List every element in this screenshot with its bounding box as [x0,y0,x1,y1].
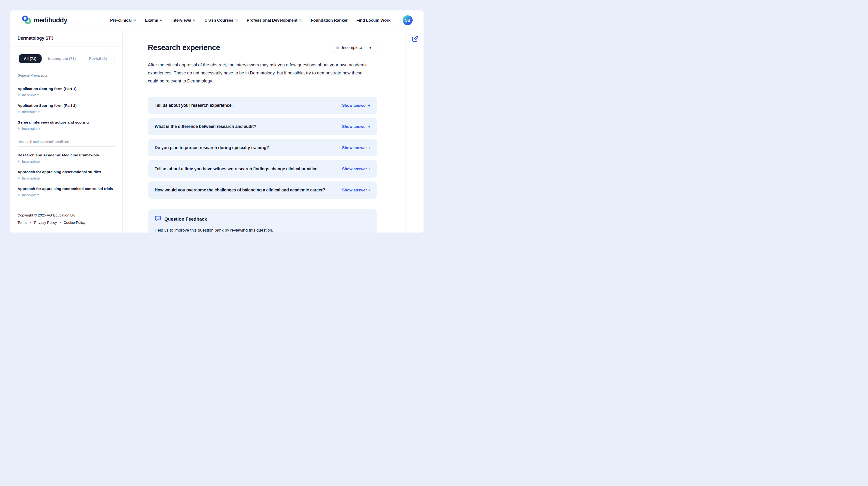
status-dot-icon [336,47,339,49]
copyright-text: Copyright © 2025 AG Education Ltd. [18,213,115,217]
question-card: Tell us about a time you have witnessed … [148,160,377,178]
status-text: Incomplete [22,176,40,180]
show-answer-link[interactable]: Show answer + [342,188,370,192]
chevron-down-icon [133,18,136,23]
legal-link-item: Terms [18,220,28,224]
status-text: Incomplete [22,159,40,163]
nav-item-label: Exams [145,18,158,23]
sidebar-item[interactable]: Approach for appraising randomised contr… [18,186,115,197]
nav-item-label: Pre-clinical [110,18,131,23]
sidebar-item-title: Research and Academic Medicine Framework [18,153,115,158]
filter-tabs: All (71) Incomplete (71) Revisit (0) [18,53,115,64]
nav-item-label: Find Locum Work [356,18,391,23]
feedback-header: Question Feedback [155,215,370,223]
sidebar-section-general-preparation: General Preparation Application Scoring … [18,73,115,131]
nav-item[interactable]: Interviews [172,18,196,23]
nav-item[interactable]: Professional Development [247,18,302,23]
status-text: Incomplete [22,110,40,114]
status-row: Incomplete [18,176,115,180]
legal-link-item: Cookie Policy [57,220,86,224]
legal-link[interactable]: Cookie Policy [63,220,86,224]
sidebar-item[interactable]: Approach for appraising observational st… [18,169,115,180]
sidebar-item-title: Application Scoring form (Part 2) [18,103,115,108]
medibuddy-logo-icon [22,15,31,26]
status-dropdown[interactable]: Incomplete [332,42,377,53]
sidebar-scroll-area[interactable]: All (71) Incomplete (71) Revisit (0) Gen… [10,47,122,207]
filter-tab[interactable]: All (71) [19,54,41,63]
feedback-title: Question Feedback [164,216,207,222]
question-list: Tell us about your research experience. … [148,97,377,199]
status-dot-icon [18,94,20,96]
sidebar-header: Dermatology ST3 [10,30,122,47]
question-text: Do you plan to pursue research during sp… [155,145,269,150]
brand-name: medibuddy [34,17,67,24]
feedback-description: Help us to improve this question bank by… [155,228,370,233]
question-feedback-card: Question Feedback Help us to improve thi… [148,209,377,233]
main-header-row: Research experience Incomplete [148,42,377,53]
status-dropdown-label: Incomplete [342,45,362,50]
show-answer-link[interactable]: Show answer + [342,146,370,150]
sidebar-item-title: Application Scoring form (Part 1) [18,86,115,91]
show-answer-link[interactable]: Show answer + [342,125,370,129]
chevron-down-icon [369,45,372,50]
nav-item[interactable]: Exams [145,18,163,23]
question-card: Tell us about your research experience. … [148,97,377,114]
legal-link[interactable]: Terms [18,220,28,224]
chevron-down-icon [193,18,196,23]
sidebar-item[interactable]: Application Scoring form (Part 1) Incomp… [18,86,115,97]
page-title: Research experience [148,43,220,52]
page: medibuddy Pre-clinical Exams [0,0,434,243]
status-text: Incomplete [22,126,40,131]
nav-item[interactable]: Pre-clinical [110,18,136,23]
top-navbar: medibuddy Pre-clinical Exams [10,10,424,30]
filter-tab[interactable]: Revisit (0) [84,54,112,63]
chevron-down-icon [235,18,238,23]
legal-links: Terms Privacy Policy Cookie Policy [18,220,115,224]
sidebar: Dermatology ST3 All (71) Incomplete (71)… [10,30,123,233]
main-content: Research experience Incomplete After the… [123,30,406,233]
section-label: Research and Academic Medicine [18,140,115,147]
status-text: Incomplete [22,193,40,197]
status-dot-icon [18,194,20,196]
filter-tab[interactable]: Incomplete (71) [43,54,81,63]
legal-link[interactable]: Privacy Policy [34,220,57,224]
section-items: Application Scoring form (Part 1) Incomp… [18,86,115,131]
question-card: Do you plan to pursue research during sp… [148,139,377,156]
sidebar-item-title: Approach for appraising observational st… [18,169,115,174]
show-answer-link[interactable]: Show answer + [342,103,370,108]
nav-item[interactable]: Find Locum Work [356,18,391,23]
user-avatar[interactable]: SB [403,15,413,25]
question-card: How would you overcome the challenges of… [148,181,377,199]
status-row: Incomplete [18,110,115,114]
question-text: Tell us about a time you have witnessed … [155,166,318,172]
sidebar-item-title: General interview structure and scoring [18,120,115,125]
sidebar-item[interactable]: Application Scoring form (Part 2) Incomp… [18,103,115,114]
status-row: Incomplete [18,193,115,197]
chevron-down-icon [299,18,302,23]
status-dot-icon [18,177,20,179]
status-row: Incomplete [18,159,115,163]
show-answer-link[interactable]: Show answer + [342,167,370,171]
section-items: Research and Academic Medicine Framework… [18,153,115,197]
status-dot-icon [18,160,20,162]
main-nav: Pre-clinical Exams [110,18,391,23]
sidebar-item[interactable]: General interview structure and scoring … [18,120,115,131]
app-card: medibuddy Pre-clinical Exams [10,10,424,233]
brand-logo[interactable]: medibuddy [22,15,67,26]
sidebar-title: Dermatology ST3 [18,36,115,41]
chevron-down-icon [160,18,163,23]
nav-item[interactable]: Crash Courses [205,18,238,23]
right-rail [406,30,424,233]
nav-item-label: Professional Development [247,18,298,23]
sidebar-footer: Copyright © 2025 AG Education Ltd. Terms… [10,207,122,233]
status-dot-icon [18,111,20,113]
status-row: Incomplete [18,126,115,131]
sidebar-item[interactable]: Research and Academic Medicine Framework… [18,153,115,163]
status-row: Incomplete [18,93,115,97]
nav-item-label: Foundation Ranker [311,18,348,23]
intro-paragraph: After the critical appraisal of the abst… [148,61,368,85]
nav-item[interactable]: Foundation Ranker [311,18,348,23]
edit-icon[interactable] [411,36,418,42]
nav-item-label: Interviews [172,18,191,23]
body: Dermatology ST3 All (71) Incomplete (71)… [10,30,424,233]
